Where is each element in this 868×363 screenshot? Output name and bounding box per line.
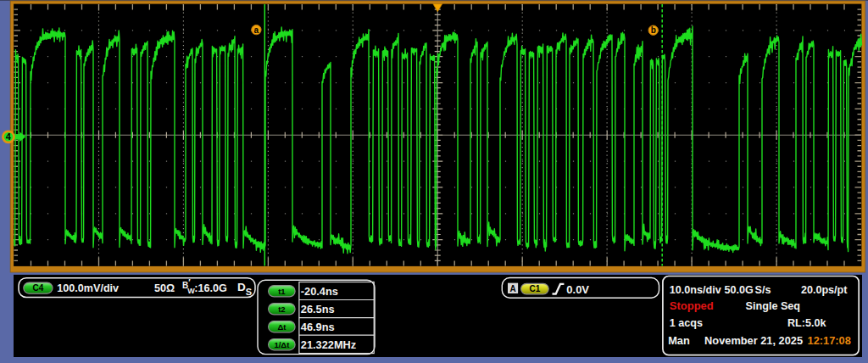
svg-text:4: 4 — [6, 131, 12, 142]
svg-text:100.0mV/div: 100.0mV/div — [57, 282, 119, 294]
svg-text:t1: t1 — [278, 287, 286, 296]
svg-text:1 acqs: 1 acqs — [670, 317, 703, 329]
svg-text:26.5ns: 26.5ns — [301, 303, 335, 316]
svg-text:RL:5.0k: RL:5.0k — [787, 317, 826, 329]
svg-text:D: D — [237, 281, 246, 293]
svg-text:0.0V: 0.0V — [566, 283, 589, 296]
svg-text:20.0ps/pt: 20.0ps/pt — [801, 284, 848, 296]
svg-text:1/Δt: 1/Δt — [274, 340, 290, 349]
svg-text:46.9ns: 46.9ns — [301, 321, 335, 333]
svg-text:A: A — [509, 284, 515, 293]
svg-text:50.0G: 50.0G — [725, 284, 754, 296]
svg-text:Δt: Δt — [277, 322, 287, 332]
svg-text:C1: C1 — [530, 284, 541, 293]
svg-text:S/s: S/s — [755, 284, 771, 296]
svg-text:21.322MHz: 21.322MHz — [301, 338, 356, 351]
svg-text:12:17:08: 12:17:08 — [808, 334, 851, 347]
svg-text:t2: t2 — [278, 304, 285, 314]
svg-text:November 21, 2025: November 21, 2025 — [704, 334, 803, 347]
svg-text:Man: Man — [668, 334, 690, 347]
svg-text:C4: C4 — [33, 283, 44, 293]
svg-text:-20.4ns: -20.4ns — [301, 285, 338, 298]
svg-text:Single Seq: Single Seq — [746, 300, 800, 312]
svg-text:b: b — [651, 25, 656, 35]
svg-text:Stopped: Stopped — [670, 299, 714, 312]
svg-text:a: a — [254, 25, 259, 35]
svg-text:50Ω: 50Ω — [154, 282, 175, 294]
svg-text::16.0G: :16.0G — [194, 282, 227, 294]
svg-text:10.0ns/div: 10.0ns/div — [670, 284, 721, 296]
svg-text:S: S — [246, 287, 252, 297]
